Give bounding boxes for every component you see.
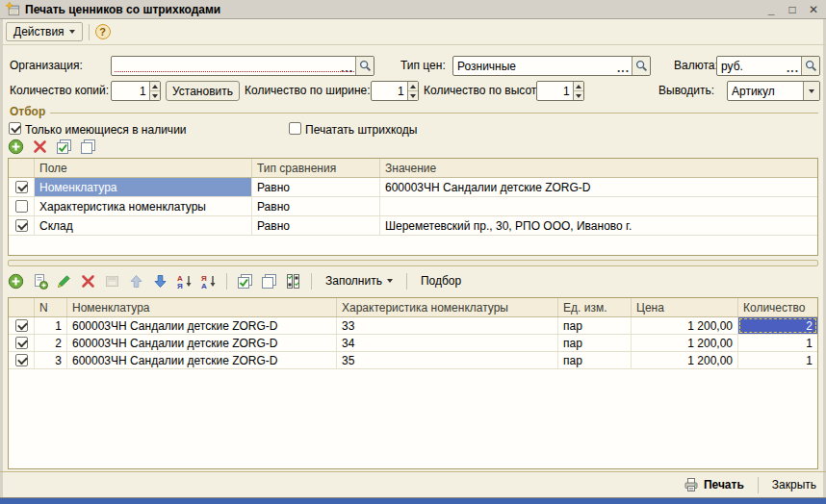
copy-row-icon[interactable] bbox=[32, 273, 48, 290]
cell-price[interactable]: 1 200,00 bbox=[632, 352, 738, 368]
cell-characteristic[interactable]: 35 bbox=[337, 352, 558, 368]
fill-menu-button[interactable]: Заполнить bbox=[322, 274, 397, 288]
cell-field[interactable]: Склад bbox=[35, 216, 252, 235]
cell-nomenclature[interactable]: 600003ЧН Сандалии детские ZORG-D bbox=[67, 352, 337, 368]
row-checkbox[interactable] bbox=[15, 200, 28, 213]
toolbar-divider bbox=[89, 24, 90, 40]
sort-ascending-icon[interactable]: А Я bbox=[176, 273, 193, 290]
copies-input[interactable] bbox=[112, 82, 149, 100]
spin-down-icon[interactable] bbox=[150, 91, 160, 100]
add-row-icon[interactable] bbox=[8, 139, 24, 155]
spin-up-icon[interactable] bbox=[150, 82, 160, 91]
titlebar: Печать ценников со штрихкодами _ □ ✕ bbox=[0, 0, 826, 19]
organization-input[interactable] bbox=[112, 57, 339, 75]
cell-quantity[interactable]: 1 bbox=[738, 352, 817, 368]
edit-row-icon[interactable] bbox=[56, 273, 72, 290]
cell-field[interactable]: Номенклатура bbox=[35, 178, 252, 196]
minimize-button[interactable]: _ bbox=[764, 3, 778, 16]
items-table-header: N Номенклатура Характеристика номенклату… bbox=[9, 298, 817, 317]
output-dropdown-button[interactable] bbox=[803, 82, 819, 100]
per-height-input[interactable] bbox=[537, 82, 573, 100]
print-barcodes-checkbox[interactable] bbox=[289, 122, 301, 135]
cell-unit[interactable]: пар bbox=[558, 317, 632, 334]
spin-up-icon[interactable] bbox=[574, 82, 583, 91]
spin-down-icon[interactable] bbox=[408, 91, 418, 100]
cell-quantity[interactable]: 2 bbox=[738, 317, 817, 334]
spin-up-icon[interactable] bbox=[408, 82, 418, 91]
organization-lookup-button[interactable] bbox=[355, 57, 374, 75]
currency-lookup-button[interactable] bbox=[801, 57, 819, 75]
per-width-input[interactable] bbox=[372, 82, 407, 100]
check-all-icon[interactable] bbox=[237, 273, 253, 290]
price-type-input[interactable] bbox=[453, 57, 615, 75]
row-checkbox[interactable] bbox=[15, 319, 28, 332]
cell-price[interactable]: 1 200,00 bbox=[632, 317, 738, 334]
cell-value[interactable] bbox=[380, 197, 817, 215]
copies-label: Количество копий: bbox=[10, 84, 109, 98]
close-button[interactable]: ✕ bbox=[807, 3, 820, 16]
filter-section-title: Отбор bbox=[10, 105, 45, 118]
output-label: Выводить: bbox=[658, 84, 714, 98]
delete-row-icon[interactable] bbox=[32, 139, 48, 155]
svg-text:А: А bbox=[201, 282, 207, 290]
window: Печать ценников со штрихкодами _ □ ✕ Дей… bbox=[0, 0, 826, 504]
cell-price[interactable]: 1 200,00 bbox=[632, 335, 738, 351]
uncheck-all-icon[interactable] bbox=[261, 273, 277, 290]
cell-comparison[interactable]: Равно bbox=[252, 216, 380, 235]
delete-row-icon[interactable] bbox=[80, 273, 96, 290]
cell-characteristic[interactable]: 34 bbox=[337, 335, 558, 351]
row-checkbox[interactable] bbox=[15, 181, 28, 193]
cell-num[interactable]: 3 bbox=[35, 352, 67, 368]
window-title: Печать ценников со штрихкодами bbox=[25, 3, 220, 16]
pick-button[interactable]: Подбор bbox=[417, 274, 465, 288]
cell-value[interactable]: Шереметевский пр., 30, РПО ООО, Иваново … bbox=[380, 216, 817, 235]
row-checkbox[interactable] bbox=[15, 337, 28, 349]
spin-down-icon[interactable] bbox=[574, 91, 583, 100]
price-type-lookup-button[interactable] bbox=[632, 57, 650, 75]
header-price: Цена bbox=[632, 298, 738, 316]
currency-label: Валюта: bbox=[674, 59, 718, 73]
header-value: Значение bbox=[380, 159, 817, 177]
only-in-stock-checkbox[interactable] bbox=[9, 122, 21, 135]
chevron-down-icon bbox=[387, 279, 393, 283]
price-type-ellipsis-button[interactable]: ... bbox=[615, 57, 632, 75]
cell-comparison[interactable]: Равно bbox=[252, 197, 380, 215]
cell-unit[interactable]: пар bbox=[558, 335, 632, 351]
cell-num[interactable]: 1 bbox=[35, 317, 67, 334]
output-input[interactable] bbox=[728, 82, 803, 100]
row-checkbox[interactable] bbox=[15, 219, 28, 232]
actions-menu-button[interactable]: Действия bbox=[6, 22, 83, 41]
cell-unit[interactable]: пар bbox=[558, 352, 632, 368]
uncheck-all-icon[interactable] bbox=[80, 139, 96, 155]
maximize-button[interactable]: □ bbox=[786, 3, 799, 16]
help-button[interactable]: ? bbox=[95, 24, 111, 39]
per-width-spinner bbox=[371, 81, 419, 101]
check-all-icon[interactable] bbox=[56, 139, 72, 155]
splitter-handle[interactable] bbox=[8, 260, 818, 266]
cell-value[interactable]: 600003ЧН Сандалии детские ZORG-D bbox=[380, 178, 817, 196]
items-toolbar: А Я Я А Зап bbox=[8, 271, 465, 290]
header-field: Поле bbox=[35, 159, 252, 177]
print-button[interactable]: Печать bbox=[684, 477, 744, 492]
add-row-icon[interactable] bbox=[8, 273, 24, 290]
move-up-icon[interactable] bbox=[128, 273, 144, 290]
currency-input[interactable] bbox=[717, 57, 785, 75]
invert-checks-icon[interactable] bbox=[285, 273, 301, 290]
cell-nomenclature[interactable]: 600003ЧН Сандалии детские ZORG-D bbox=[67, 335, 337, 351]
cell-quantity[interactable]: 1 bbox=[738, 335, 817, 351]
organization-ellipsis-button[interactable]: ... bbox=[339, 57, 355, 75]
cell-field[interactable]: Характеристика номенклатуры bbox=[35, 197, 252, 215]
cell-nomenclature[interactable]: 600003ЧН Сандалии детские ZORG-D bbox=[67, 317, 337, 334]
move-down-icon[interactable] bbox=[152, 273, 168, 290]
cell-comparison[interactable]: Равно bbox=[252, 178, 380, 196]
sort-descending-icon[interactable]: Я А bbox=[200, 273, 217, 290]
output-combo bbox=[727, 81, 820, 101]
row-checkbox[interactable] bbox=[15, 354, 28, 366]
header-unit: Ед. изм. bbox=[558, 298, 632, 316]
currency-ellipsis-button[interactable]: ... bbox=[785, 57, 801, 75]
cell-num[interactable]: 2 bbox=[35, 335, 67, 351]
printer-icon bbox=[684, 477, 699, 492]
set-button[interactable]: Установить bbox=[166, 81, 240, 101]
close-form-button[interactable]: Закрыть bbox=[772, 478, 816, 491]
cell-characteristic[interactable]: 33 bbox=[337, 317, 558, 334]
